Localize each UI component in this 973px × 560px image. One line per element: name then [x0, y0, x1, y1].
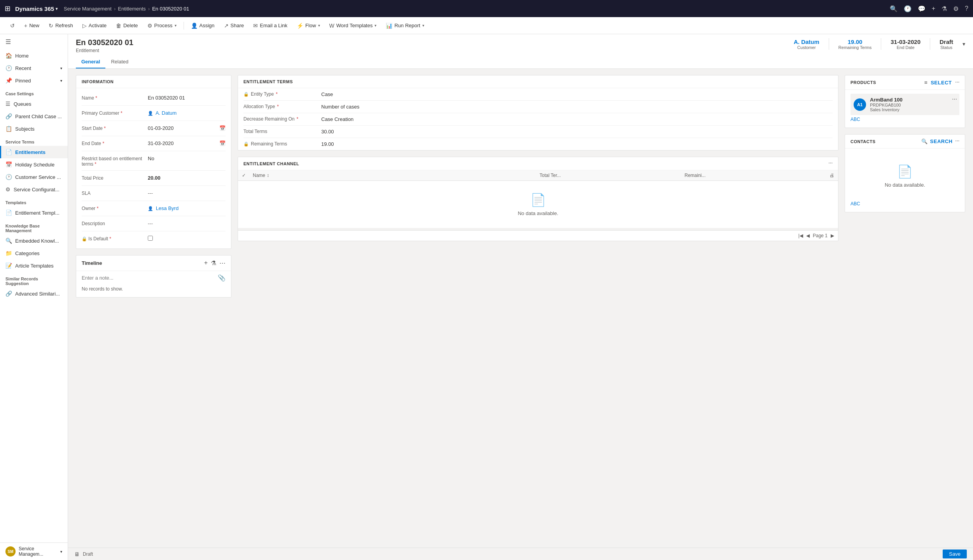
et-entity-type-row: 🔒 Entity Type * Case	[243, 88, 833, 101]
timeline-note-input[interactable]	[82, 275, 218, 281]
sidebar-item-entitlement-templ[interactable]: 📄 Entitlement Templ...	[0, 206, 68, 219]
sidebar-item-recent[interactable]: 🕐 Recent ▾	[0, 62, 68, 74]
add-nav-icon[interactable]: +	[932, 5, 935, 12]
timeline-card: Timeline + ⚗ ⋯ 📎 No records to show.	[76, 255, 231, 298]
status-bar: 🖥 Draft Save	[68, 548, 973, 560]
products-card-header: PRODUCTS ≡ Select ⋯	[845, 75, 965, 90]
start-date-calendar-icon[interactable]: 📅	[219, 125, 226, 131]
sidebar-item-holiday-schedule[interactable]: 📅 Holiday Schedule	[0, 158, 68, 171]
sidebar-item-advanced-similar[interactable]: 🔗 Advanced Similari...	[0, 287, 68, 300]
run-report-button[interactable]: 📊 Run Report ▾	[382, 21, 428, 30]
contacts-abc-link[interactable]: ABC	[850, 200, 959, 208]
primary-customer-link[interactable]: A. Datum	[156, 110, 177, 116]
delete-button[interactable]: 🗑 Delete	[112, 21, 142, 30]
sidebar-section-kb: Knowledge Base Management	[0, 219, 68, 234]
field-is-default-label: 🔒 Is Default *	[82, 235, 148, 242]
field-end-date-row: End Date * 31-03-2020 📅	[82, 138, 226, 149]
field-primary-customer-label: Primary Customer *	[82, 109, 148, 116]
end-date-calendar-icon[interactable]: 📅	[219, 140, 226, 146]
recent-chevron: ▾	[60, 66, 62, 70]
app-name-chevron: ▾	[56, 7, 58, 11]
share-button[interactable]: ↗ Share	[220, 21, 248, 30]
search-nav-icon[interactable]: 🔍	[890, 5, 898, 12]
refresh-icon: ↻	[49, 23, 53, 29]
parentchild-icon: 🔗	[5, 113, 12, 119]
field-sla-row: SLA ---	[82, 187, 226, 199]
owner-link[interactable]: Lesa Byrd	[156, 205, 179, 211]
sidebar-item-article-templates[interactable]: 📝 Article Templates	[0, 259, 68, 272]
new-button[interactable]: + New	[20, 21, 43, 30]
filter-nav-icon[interactable]: ⚗	[942, 5, 947, 12]
sidebar-hamburger[interactable]: ☰	[0, 34, 68, 49]
delete-icon: 🗑	[116, 23, 121, 29]
channel-prev-icon[interactable]: ◀	[806, 233, 810, 238]
channel-print-icon[interactable]: 🖨	[830, 173, 834, 178]
timeline-header: Timeline + ⚗ ⋯	[76, 256, 231, 271]
channel-next-icon[interactable]: ▶	[831, 233, 834, 238]
breadcrumb-entitlements[interactable]: Entitlements	[118, 6, 146, 12]
sidebar-item-customer-service[interactable]: 🕐 Customer Service ...	[0, 171, 68, 183]
refresh-button[interactable]: ↻ Refresh	[45, 21, 77, 30]
sidebar-item-categories[interactable]: 📁 Categories	[0, 247, 68, 259]
sidebar-section-templates: Templates	[0, 196, 68, 206]
field-owner-label: Owner *	[82, 205, 148, 211]
tab-general[interactable]: General	[76, 56, 105, 68]
contacts-more-icon[interactable]: ⋯	[955, 139, 960, 144]
process-button[interactable]: ⚙ Process ▾	[144, 21, 180, 30]
sidebar-item-parentchild[interactable]: 🔗 Parent Child Case ...	[0, 110, 68, 122]
et-total-terms-row: Total Terms 30.00	[243, 126, 833, 138]
contacts-search-button[interactable]: Search	[930, 138, 953, 144]
et-allocation-type-row: Allocation Type * Number of cases	[243, 101, 833, 113]
record-meta-chevron[interactable]: ▾	[962, 41, 965, 47]
assign-button[interactable]: 👤 Assign	[187, 21, 219, 30]
sidebar-item-pinned[interactable]: 📌 Pinned ▾	[0, 74, 68, 87]
col-right: PRODUCTS ≡ Select ⋯ A1 ArmBand 100 P	[845, 75, 965, 541]
tab-related[interactable]: Related	[105, 56, 134, 68]
products-select-button[interactable]: Select	[931, 80, 952, 86]
col-mid: ENTITLEMENT TERMS 🔒 Entity Type * Case	[238, 75, 838, 541]
products-more-icon[interactable]: ⋯	[955, 80, 960, 85]
save-button[interactable]: Save	[943, 550, 967, 558]
is-default-checkbox[interactable]	[148, 236, 153, 241]
help-nav-icon[interactable]: ?	[965, 5, 968, 12]
word-templates-button[interactable]: W Word Templates ▾	[326, 21, 381, 30]
flow-button[interactable]: ⚡ Flow ▾	[293, 21, 324, 30]
channel-more-icon[interactable]: ⋯	[828, 161, 833, 166]
field-name-label: Name *	[82, 94, 148, 101]
settings-nav-icon[interactable]: ⚙	[953, 5, 959, 12]
products-abc-link[interactable]: ABC	[850, 115, 959, 124]
channel-name-col[interactable]: Name ↕	[253, 173, 537, 178]
et-remaining-terms-value: 19.00	[321, 141, 833, 147]
sidebar-user[interactable]: SM Service Managem... ▾	[0, 542, 68, 560]
process-icon: ⚙	[147, 23, 152, 29]
timeline-filter-icon[interactable]: ⚗	[211, 259, 216, 267]
sidebar-item-home[interactable]: 🏠 Home	[0, 49, 68, 62]
product-item-more-icon[interactable]: ⋯	[952, 96, 957, 102]
sidebar-item-queues[interactable]: ☰ Queues	[0, 98, 68, 110]
information-card-body: Name * En 03052020 01 Primary Customer *…	[76, 88, 231, 248]
field-total-price-row: Total Price 20.00	[82, 172, 226, 184]
breadcrumb-service-management[interactable]: Service Management	[64, 6, 112, 12]
product-code: PRDPKGAB100	[870, 103, 956, 107]
sidebar-item-subjects[interactable]: 📋 Subjects	[0, 122, 68, 135]
activate-button[interactable]: ▷ Activate	[79, 21, 110, 30]
recent-nav-icon[interactable]: 🕐	[904, 5, 912, 12]
timeline-more-icon[interactable]: ⋯	[219, 259, 226, 267]
app-name[interactable]: Dynamics 365 ▾	[15, 5, 58, 12]
channel-name-sort-icon: ↕	[267, 173, 269, 178]
waffle-menu[interactable]: ⊞	[5, 4, 10, 13]
field-end-date-label: End Date *	[82, 140, 148, 146]
chat-nav-icon[interactable]: 💬	[918, 5, 926, 12]
et-allocation-type-label: Allocation Type *	[243, 104, 321, 109]
timeline-add-icon[interactable]: +	[204, 259, 208, 267]
top-navigation: ⊞ Dynamics 365 ▾ Service Management › En…	[0, 0, 973, 17]
sidebar-item-embedded-knowl[interactable]: 🔍 Embedded Knowl...	[0, 234, 68, 247]
email-button[interactable]: ✉ Email a Link	[249, 21, 291, 30]
sidebar-item-entitlements[interactable]: 📄 Entitlements	[0, 146, 68, 158]
field-primary-customer-value: 👤 A. Datum	[148, 109, 226, 116]
history-button[interactable]: ↺	[6, 21, 19, 30]
sidebar-item-service-config[interactable]: ⚙ Service Configurat...	[0, 183, 68, 196]
timeline-attach-icon[interactable]: 📎	[218, 274, 226, 282]
field-total-price-label: Total Price	[82, 174, 148, 181]
channel-first-icon[interactable]: |◀	[798, 233, 803, 238]
